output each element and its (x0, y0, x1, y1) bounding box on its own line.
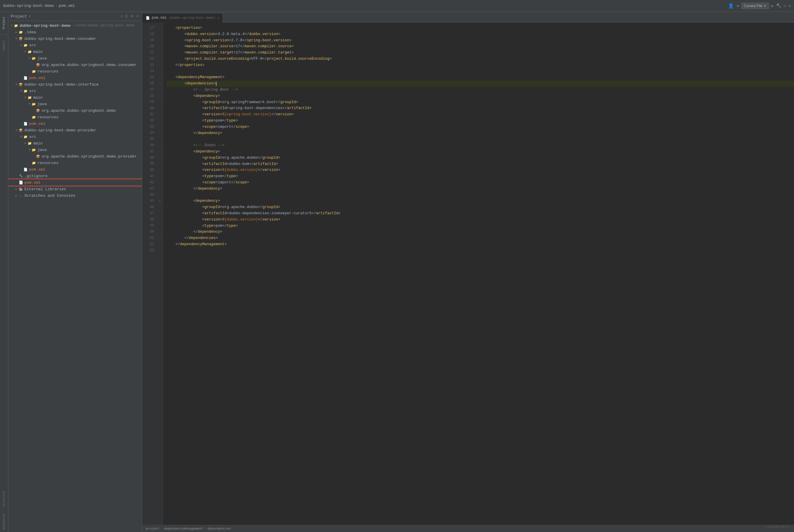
tree-provider-res[interactable]: 📁 resources (8, 159, 142, 166)
tree-root[interactable]: ▼ 📁 dubbo-spring-boot-demo ~/code/dubbo-… (8, 22, 142, 29)
tree-idea[interactable]: ▶ 📁 .idea (8, 29, 142, 35)
code-line-24[interactable] (167, 68, 794, 75)
gutter-40 (158, 167, 162, 173)
code-area[interactable]: <properties> <dubbo.version>3.2.0-beta.4… (163, 23, 794, 525)
code-line-36[interactable]: <!-- Dubbo --> (167, 142, 794, 149)
user-icon[interactable]: 👤 (728, 3, 734, 9)
sidebar-icon-commit[interactable]: Commit (2, 38, 6, 53)
code-line-35[interactable] (167, 136, 794, 142)
build-icon[interactable]: 🔨 (776, 3, 781, 8)
code-line-47[interactable]: <artifactId>dubbo-dependencies-zookeeper… (167, 210, 794, 217)
code-line-26[interactable]: <dependencies> (167, 80, 794, 87)
tree-provider-pkg[interactable]: 📦 org.apache.dubbo.springboot.demo.provi… (8, 153, 142, 159)
sidebar-icon-structure[interactable]: Structure (2, 489, 6, 509)
tree-consumer-main[interactable]: ▼ 📁 main (8, 49, 142, 55)
tree-interface-java[interactable]: ▼ 📂 java (8, 101, 142, 107)
code-line-40[interactable]: <version>${dubbo.version}</version> (167, 167, 794, 173)
tree-consumer[interactable]: ▼ 📦 dubbo-spring-boot-demo-consumer (8, 35, 142, 42)
code-line-38[interactable]: <groupId>org.apache.dubbo</groupId> (167, 155, 794, 161)
gutter-28[interactable]: ○ (158, 93, 162, 99)
code-line-22[interactable]: <project.build.sourceEncoding>UTF-8</pro… (167, 56, 794, 62)
code-line-29[interactable]: <groupId>org.springframework.boot</group… (167, 99, 794, 106)
line-number-25: 25 (142, 74, 157, 80)
code-line-49[interactable]: <type>pom</type> (167, 223, 794, 229)
code-line-45[interactable]: <dependency> (167, 198, 794, 204)
code-line-19[interactable]: <spring-boot.version>2.7.8</spring-boot.… (167, 37, 794, 44)
line-number-36: 36 (142, 142, 157, 149)
code-line-46[interactable]: <groupId>org.apache.dubbo</groupId> (167, 204, 794, 210)
gutter-20 (158, 43, 162, 50)
interface-java-arrow: ▼ (27, 102, 32, 106)
provider-main-arrow: ▼ (23, 142, 27, 145)
tree-interface-pom[interactable]: 📄 pom.xml (8, 120, 142, 127)
bc-dependencies[interactable]: dependencies (207, 527, 231, 531)
tree-interface-main[interactable]: ▼ 📁 main (8, 94, 142, 101)
gutter-37[interactable]: ○ (158, 149, 162, 155)
code-line-53[interactable] (167, 248, 794, 254)
settings-icon[interactable]: ⚙ (789, 3, 791, 8)
breadcrumb-project[interactable]: dubbo-spring-boot-demo (3, 4, 54, 8)
code-line-48[interactable]: <version>${dubbo.version}</version> (167, 217, 794, 223)
run-icon[interactable]: ▶ (771, 3, 774, 8)
gutter-25[interactable]: ○ (158, 74, 162, 80)
code-line-52[interactable]: </dependencyManagement> (167, 241, 794, 248)
tree-interface[interactable]: ▼ 📦 dubbo-spring-boot-demo-interface (8, 81, 142, 88)
tree-root-pom[interactable]: 📄 pom.xml (8, 179, 142, 186)
code-line-25[interactable]: <dependencyManagement> (167, 74, 794, 80)
code-line-31[interactable]: <version>${spring-boot.version}</version… (167, 111, 794, 118)
expand-all-btn[interactable]: ⇅ (124, 14, 128, 19)
code-line-32[interactable]: <type>pom</type> (167, 118, 794, 124)
tree-gitignore[interactable]: 🔧 .gitignore (8, 173, 142, 179)
bc-dependency-mgmt[interactable]: dependencyManagement (164, 527, 203, 531)
code-line-39[interactable]: <artifactId>dubbo-bom</artifactId> (167, 161, 794, 167)
tree-provider-src[interactable]: ▼ 📁 src (8, 133, 142, 140)
back-icon[interactable]: ◀ (736, 3, 739, 8)
collapse-all-btn[interactable]: ≡ (120, 14, 123, 19)
gutter-51[interactable]: ○ (158, 235, 162, 241)
code-line-43[interactable]: </dependency> (167, 186, 794, 192)
tree-consumer-pkg[interactable]: 📦 org.apache.dubbo.springboot.demo.consu… (8, 61, 142, 68)
tree-scratches[interactable]: ▶ ✏️ Scratches and Consoles (8, 192, 142, 199)
tree-consumer-res[interactable]: 📁 resources (8, 68, 142, 75)
code-line-51[interactable]: </dependencies> (167, 235, 794, 241)
close-panel-btn[interactable]: ✕ (135, 14, 140, 19)
tree-interface-src[interactable]: ▼ 📁 src (8, 88, 142, 94)
code-line-27[interactable]: <!-- Spring Boot --> (167, 87, 794, 93)
code-line-21[interactable]: <maven.compiler.target>17</maven.compile… (167, 50, 794, 56)
code-line-42[interactable]: <scope>import</scope> (167, 179, 794, 186)
tree-consumer-pom[interactable]: 📄 pom.xml (8, 75, 142, 81)
tree-interface-pkg[interactable]: 📦 org.apache.dubbo.springboot.demo (8, 107, 142, 114)
gutter-45[interactable]: ⬇ (158, 198, 162, 204)
dropdown-icon[interactable]: ▼ (29, 15, 31, 18)
code-line-34[interactable]: </dependency> (167, 130, 794, 136)
code-line-20[interactable]: <maven.compiler.source>17</maven.compile… (167, 43, 794, 50)
code-line-41[interactable]: <type>pom</type> (167, 173, 794, 179)
code-line-37[interactable]: <dependency> (167, 149, 794, 155)
bc-project[interactable]: project (146, 527, 160, 531)
tree-interface-res[interactable]: 📁 resources (8, 114, 142, 120)
tree-provider-pom[interactable]: 📄 pom.xml (8, 166, 142, 173)
tree-provider[interactable]: ▼ 📦 dubbo-spring-boot-demo-provider (8, 127, 142, 133)
code-line-17[interactable]: <properties> (167, 25, 794, 31)
code-line-28[interactable]: <dependency> (167, 93, 794, 99)
tree-provider-main[interactable]: ▼ 📁 main (8, 140, 142, 147)
tree-ext-libs[interactable]: ▶ 📚 External Libraries (8, 186, 142, 192)
code-line-30[interactable]: <artifactId>spring-boot-dependencies</ar… (167, 105, 794, 111)
code-line-50[interactable]: </dependency> (167, 229, 794, 235)
tab-close-btn[interactable]: ✕ (217, 16, 220, 20)
code-line-33[interactable]: <scope>import</scope> (167, 124, 794, 130)
settings-btn[interactable]: ⚙ (130, 14, 134, 19)
sidebar-icon-project[interactable]: Project (2, 14, 6, 32)
tree-consumer-src[interactable]: ▼ 📁 src (8, 42, 142, 49)
tree-provider-java[interactable]: ▼ 📂 java (8, 147, 142, 153)
gutter-26[interactable]: ○ (158, 80, 162, 87)
sidebar-icon-bookmarks[interactable]: Bookmarks (2, 511, 6, 532)
tree-consumer-java[interactable]: ▼ 📂 java (8, 55, 142, 61)
gutter-39 (158, 161, 162, 167)
editor-tab-pom[interactable]: 📄 pom.xml (dubbo-spring-boot-demo) ✕ (142, 13, 223, 23)
current-file-button[interactable]: Current File ▼ (741, 3, 769, 9)
code-line-23[interactable]: </properties> (167, 62, 794, 68)
code-line-44[interactable] (167, 192, 794, 198)
reload-icon[interactable]: ↻ (783, 3, 786, 8)
code-line-18[interactable]: <dubbo.version>3.2.0-beta.4</dubbo.versi… (167, 31, 794, 37)
